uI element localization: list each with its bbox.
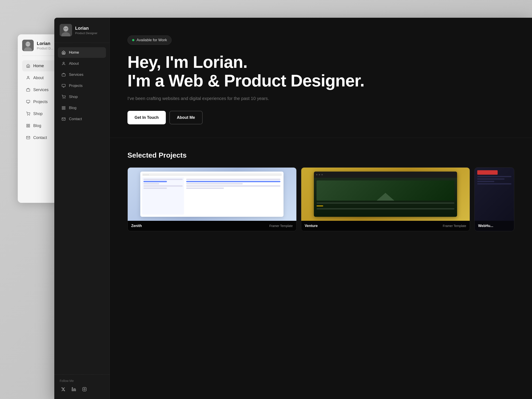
sidebar-front: Lorian Product Designer Home About	[54, 18, 110, 399]
hero-heading-line1: Hey, I'm Lorian.	[127, 52, 247, 71]
front-nav-projects-label: Projects	[69, 83, 82, 88]
front-nav-home[interactable]: Home	[58, 47, 106, 58]
projects-grid: Zenith Framer Template	[127, 167, 514, 231]
projects-section: Selected Projects	[110, 138, 532, 249]
zenith-preview	[128, 168, 296, 221]
mail-icon	[61, 117, 66, 121]
back-nav-services-label: Services	[33, 88, 49, 92]
svg-point-5	[29, 44, 29, 44]
grid-icon	[61, 106, 66, 110]
front-nav-about-label: About	[69, 61, 79, 66]
svg-rect-23	[62, 84, 65, 87]
front-nav-projects[interactable]: Projects	[58, 81, 106, 91]
front-profile-name: Lorian	[75, 26, 97, 31]
instagram-icon[interactable]	[81, 386, 88, 393]
venture-body	[314, 178, 457, 217]
front-nav-home-label: Home	[69, 50, 79, 55]
available-badge: Available for Work	[127, 35, 171, 45]
mock-line	[143, 188, 167, 189]
venture-preview	[301, 168, 470, 221]
third-line	[477, 176, 511, 177]
browser-bar	[142, 173, 282, 176]
svg-point-19	[64, 28, 65, 29]
hero-heading: Hey, I'm Lorian. I'm a Web & Product Des…	[127, 53, 514, 90]
venture-highlight	[317, 205, 323, 206]
zenith-name: Zenith	[131, 224, 142, 228]
front-nav-shop[interactable]: Shop	[58, 92, 106, 102]
briefcase-icon	[61, 72, 66, 77]
third-header	[477, 170, 498, 175]
hero-buttons: Get In Touch About Me	[127, 111, 514, 124]
front-nav-services-label: Services	[69, 72, 83, 77]
venture-browser-bar	[314, 171, 457, 178]
linkedin-icon[interactable]	[70, 386, 77, 393]
front-nav-contact[interactable]: Contact	[58, 114, 106, 124]
front-nav-blog-label: Blog	[69, 106, 76, 110]
svg-rect-13	[27, 126, 28, 127]
front-avatar	[60, 24, 72, 36]
svg-rect-26	[62, 106, 63, 108]
svg-rect-27	[64, 106, 65, 108]
venture-text-line	[317, 202, 454, 204]
third-footer: WebHu...	[475, 221, 514, 231]
project-card-zenith[interactable]: Zenith Framer Template	[127, 167, 297, 231]
front-profile-title: Product Designer	[75, 32, 97, 35]
home-icon	[26, 63, 31, 68]
svg-rect-8	[27, 100, 30, 103]
zenith-footer: Zenith Framer Template	[128, 221, 296, 231]
browser-dot	[143, 174, 145, 175]
browser-dot	[319, 174, 320, 175]
front-profile-section: Lorian Product Designer	[54, 18, 109, 43]
front-nav-blog[interactable]: Blog	[58, 103, 106, 113]
back-profile-title: Product D...	[37, 47, 53, 50]
zenith-mockup	[140, 171, 284, 217]
svg-rect-14	[29, 126, 30, 127]
mock-main	[185, 177, 282, 215]
browser-dot	[321, 174, 323, 175]
third-line	[477, 183, 511, 184]
venture-mockup	[314, 171, 457, 217]
venture-text-line	[317, 208, 454, 209]
cart-icon	[26, 111, 31, 116]
mock-line	[186, 179, 280, 180]
hero-subtitle: I've been crafting websites and digital …	[127, 96, 269, 101]
venture-mountain	[317, 180, 454, 201]
mock-line	[186, 188, 224, 189]
project-card-third[interactable]: WebHu...	[474, 167, 514, 231]
project-card-venture[interactable]: Venture Framer Template	[301, 167, 470, 231]
svg-point-18	[64, 26, 68, 31]
svg-rect-29	[64, 108, 65, 109]
back-nav-about-label: About	[33, 76, 44, 80]
venture-type: Framer Template	[443, 224, 466, 228]
front-nav-services[interactable]: Services	[58, 69, 106, 80]
svg-point-25	[65, 98, 65, 99]
front-nav-about[interactable]: About	[58, 58, 106, 69]
person-icon	[61, 61, 66, 66]
projects-section-title: Selected Projects	[127, 151, 514, 159]
monitor-icon	[61, 83, 66, 88]
mock-line	[186, 183, 243, 184]
front-nav-contact-label: Contact	[69, 117, 82, 121]
about-me-button[interactable]: About Me	[169, 111, 203, 124]
back-nav-home-label: Home	[33, 64, 44, 68]
svg-rect-12	[29, 124, 30, 125]
svg-rect-30	[72, 389, 73, 391]
cart-icon	[61, 95, 66, 99]
zenith-type: Framer Template	[269, 224, 293, 228]
mock-line	[143, 183, 159, 184]
twitter-icon[interactable]	[60, 386, 67, 393]
back-profile-name: Lorian	[37, 41, 53, 46]
venture-name: Venture	[305, 224, 318, 228]
svg-rect-22	[62, 74, 65, 76]
browser-dot	[146, 174, 146, 175]
monitor-icon	[26, 99, 31, 104]
front-nav-shop-label: Shop	[69, 95, 78, 99]
briefcase-icon	[26, 87, 31, 92]
mail-icon	[26, 135, 31, 140]
third-preview	[475, 168, 514, 221]
svg-point-3	[26, 42, 30, 46]
svg-rect-7	[27, 89, 30, 91]
browser-dot	[316, 174, 317, 175]
svg-point-21	[63, 62, 64, 63]
get-in-touch-button[interactable]: Get In Touch	[127, 111, 166, 124]
